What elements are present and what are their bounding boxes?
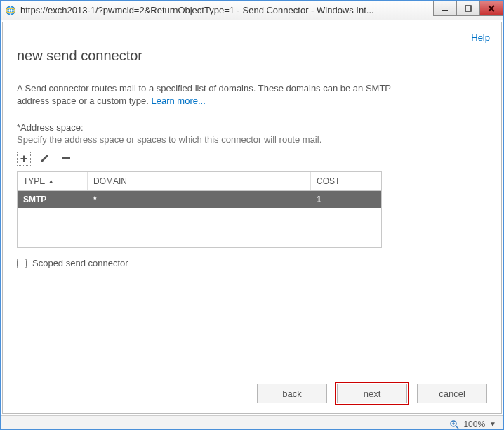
- learn-more-link[interactable]: Learn more...: [151, 96, 205, 106]
- svg-rect-3: [465, 6, 471, 11]
- close-button[interactable]: [479, 1, 503, 16]
- scoped-send-connector-checkbox[interactable]: [17, 259, 27, 268]
- scoped-send-connector-row[interactable]: Scoped send connector: [17, 258, 487, 268]
- wizard-footer: back next cancel: [257, 384, 487, 403]
- column-type[interactable]: TYPE ▲: [18, 172, 88, 190]
- pencil-icon: [39, 152, 51, 166]
- column-type-label: TYPE: [23, 176, 45, 186]
- window-title: https://exch2013-1/?pwmcid=2&ReturnObjec…: [20, 5, 434, 15]
- svg-line-4: [489, 6, 494, 11]
- window-titlebar: https://exch2013-1/?pwmcid=2&ReturnObjec…: [1, 1, 503, 20]
- svg-line-5: [489, 6, 494, 11]
- help-link[interactable]: Help: [471, 32, 490, 43]
- next-button[interactable]: next: [337, 384, 407, 403]
- back-button[interactable]: back: [257, 384, 327, 403]
- cell-cost: 1: [311, 191, 381, 208]
- zoom-level: 100%: [463, 419, 485, 429]
- grid-header: TYPE ▲ DOMAIN COST: [18, 172, 381, 191]
- grid-toolbar: +: [17, 152, 487, 166]
- content-frame: Help new send connector A Send connector…: [2, 22, 502, 414]
- scoped-send-connector-label: Scoped send connector: [32, 258, 128, 268]
- address-space-grid: TYPE ▲ DOMAIN COST SMTP * 1: [17, 171, 382, 248]
- ie-icon: [5, 5, 16, 16]
- column-cost[interactable]: COST: [311, 172, 381, 190]
- remove-button[interactable]: [59, 152, 73, 166]
- description: A Send connector routes mail to a specif…: [17, 82, 410, 107]
- status-bar: 100% ▼: [1, 415, 503, 430]
- minimize-button[interactable]: [433, 1, 457, 16]
- cell-domain: *: [88, 191, 311, 208]
- edit-button[interactable]: [38, 152, 52, 166]
- zoom-icon[interactable]: [449, 419, 459, 429]
- sort-asc-icon: ▲: [48, 178, 54, 185]
- svg-line-8: [456, 426, 458, 429]
- table-row[interactable]: SMTP * 1: [18, 191, 381, 208]
- maximize-button[interactable]: [456, 1, 480, 16]
- address-space-label: *Address space:: [17, 122, 487, 133]
- grid-body: SMTP * 1: [18, 191, 381, 247]
- plus-icon: +: [20, 152, 28, 165]
- minus-icon: [61, 153, 71, 165]
- zoom-dropdown-icon[interactable]: ▼: [489, 420, 496, 428]
- cell-type: SMTP: [18, 191, 88, 208]
- column-domain[interactable]: DOMAIN: [88, 172, 311, 190]
- cancel-button[interactable]: cancel: [417, 384, 487, 403]
- add-button[interactable]: +: [17, 152, 31, 166]
- window-controls: [434, 1, 503, 20]
- address-space-sub: Specify the address space or spaces to w…: [17, 134, 487, 145]
- page-title: new send connector: [17, 48, 487, 64]
